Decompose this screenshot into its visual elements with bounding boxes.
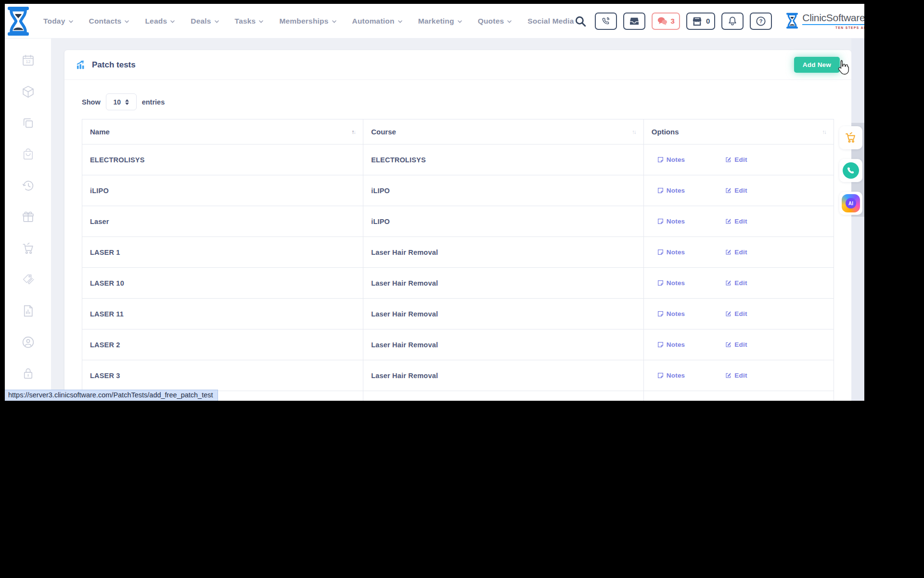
edit-icon	[725, 372, 732, 379]
cell-options: Notes Edit	[643, 329, 834, 360]
nav-item-quotes[interactable]: Quotes	[478, 17, 512, 26]
entries-select[interactable]: 10	[106, 93, 137, 110]
note-icon	[657, 187, 664, 194]
edit-link[interactable]: Edit	[725, 187, 747, 194]
edit-link[interactable]: Edit	[725, 218, 747, 225]
column-header-course[interactable]: Course↑↓	[363, 119, 644, 144]
floating-whatsapp-button[interactable]	[839, 159, 862, 182]
sidebar-item-gift[interactable]	[21, 210, 35, 224]
notes-link[interactable]: Notes	[657, 341, 685, 348]
cell-options: Notes Edit	[643, 237, 834, 268]
sidebar-item-lock[interactable]	[21, 367, 35, 381]
entries-select-value: 10	[113, 98, 121, 106]
store-count-badge: 0	[706, 17, 710, 25]
entries-label: entries	[142, 98, 165, 106]
nav-item-automation[interactable]: Automation	[352, 17, 402, 26]
cell-course: Laser Hair Removal	[363, 329, 644, 360]
note-icon	[657, 372, 664, 379]
edit-link[interactable]: Edit	[725, 310, 747, 317]
edit-link[interactable]: Edit	[725, 341, 747, 348]
table-row: LASER 11 Laser Hair Removal Notes Edit	[82, 299, 834, 329]
help-icon: ?	[756, 16, 766, 26]
sidebar-item-tags[interactable]	[21, 273, 35, 287]
sidebar-item-calendar[interactable]: 12	[21, 53, 35, 67]
nav-label: Leads	[145, 17, 167, 26]
cell-name: LASER 3	[82, 360, 363, 391]
search-button[interactable]	[574, 15, 587, 27]
sidebar-item-account[interactable]	[21, 335, 35, 349]
nav-label: Deals	[191, 17, 211, 26]
bell-icon	[728, 16, 737, 26]
cell-name: iLIPO	[82, 175, 363, 206]
notes-link[interactable]: Notes	[657, 279, 685, 287]
notes-link[interactable]: Notes	[657, 249, 685, 256]
sidebar-item-package[interactable]	[21, 85, 35, 99]
entries-control: Show 10 entries	[82, 93, 834, 110]
notes-link[interactable]: Notes	[657, 156, 685, 163]
vertical-scrollbar[interactable]	[851, 39, 864, 401]
nav-item-tasks[interactable]: Tasks	[235, 17, 264, 26]
phone-button[interactable]	[595, 13, 617, 30]
whatsapp-icon	[843, 162, 859, 179]
nav-item-social-media[interactable]: Social Media	[527, 17, 574, 26]
floating-ai-button[interactable]: AI	[839, 192, 862, 215]
edit-icon	[725, 249, 732, 255]
chevron-down-icon	[332, 20, 336, 23]
nav-label: Contacts	[89, 17, 122, 26]
note-icon	[657, 249, 664, 255]
sidebar-item-history[interactable]	[21, 179, 35, 193]
notifications-button[interactable]	[721, 13, 744, 30]
app-logo[interactable]	[5, 4, 32, 39]
chevron-down-icon	[170, 20, 175, 23]
store-button[interactable]: 0	[686, 13, 715, 30]
nav-item-memberships[interactable]: Memberships	[279, 17, 336, 26]
edit-icon	[725, 311, 732, 317]
notes-link[interactable]: Notes	[657, 310, 685, 317]
note-icon	[657, 311, 664, 317]
cell-options	[643, 391, 834, 401]
chevron-down-icon	[215, 20, 219, 23]
sidebar-item-report[interactable]	[21, 304, 35, 318]
cell-options: Notes Edit	[643, 299, 834, 329]
cell-course: iLIPO	[363, 175, 644, 206]
sidebar-item-copy[interactable]	[21, 116, 35, 130]
notes-link[interactable]: Notes	[657, 218, 685, 225]
table-row: LASER 10 Laser Hair Removal Notes Edit	[82, 268, 834, 299]
cell-course	[363, 391, 644, 401]
nav-item-marketing[interactable]: Marketing	[418, 17, 462, 26]
notes-link[interactable]: Notes	[657, 187, 685, 194]
sort-icon: ↑↓	[822, 129, 826, 135]
edit-link[interactable]: Edit	[725, 249, 747, 256]
cell-name: LASER 10	[82, 268, 363, 299]
nav-item-leads[interactable]: Leads	[145, 17, 175, 26]
chart-icon	[76, 60, 87, 70]
cell-name: LASER 1	[82, 237, 363, 268]
chevron-down-icon	[125, 20, 129, 23]
edit-link[interactable]: Edit	[725, 156, 747, 163]
floating-cart-button[interactable]	[839, 126, 862, 149]
chat-button[interactable]: 3	[652, 13, 680, 30]
cell-course: Laser Hair Removal	[363, 237, 644, 268]
browser-viewport: Today Contacts Leads Deals Tasks Members…	[5, 4, 864, 401]
table-header-row: Name↑↓ Course↑↓ Options↑↓	[82, 119, 834, 144]
edit-link[interactable]: Edit	[725, 372, 747, 379]
cell-options: Notes Edit	[643, 360, 834, 391]
notes-link[interactable]: Notes	[657, 372, 685, 379]
table-row: iLIPO iLIPO Notes Edit	[82, 175, 834, 206]
page-title-text: Patch tests	[92, 60, 136, 70]
column-header-options[interactable]: Options↑↓	[643, 119, 834, 144]
nav-item-contacts[interactable]: Contacts	[89, 17, 129, 26]
nav-label: Today	[43, 17, 65, 26]
select-arrows-icon	[125, 99, 129, 105]
cell-course: Laser Hair Removal	[363, 299, 644, 329]
sidebar-item-cart[interactable]	[21, 241, 35, 255]
sidebar-item-shopping-bag[interactable]	[21, 147, 35, 161]
add-new-button[interactable]: Add New	[794, 57, 840, 73]
column-header-name[interactable]: Name↑↓	[82, 119, 363, 144]
nav-item-today[interactable]: Today	[43, 17, 73, 26]
edit-link[interactable]: Edit	[725, 279, 747, 287]
help-button[interactable]: ?	[750, 13, 772, 30]
nav-item-deals[interactable]: Deals	[191, 17, 218, 26]
inbox-button[interactable]	[623, 13, 645, 30]
cell-course: iLIPO	[363, 206, 644, 237]
